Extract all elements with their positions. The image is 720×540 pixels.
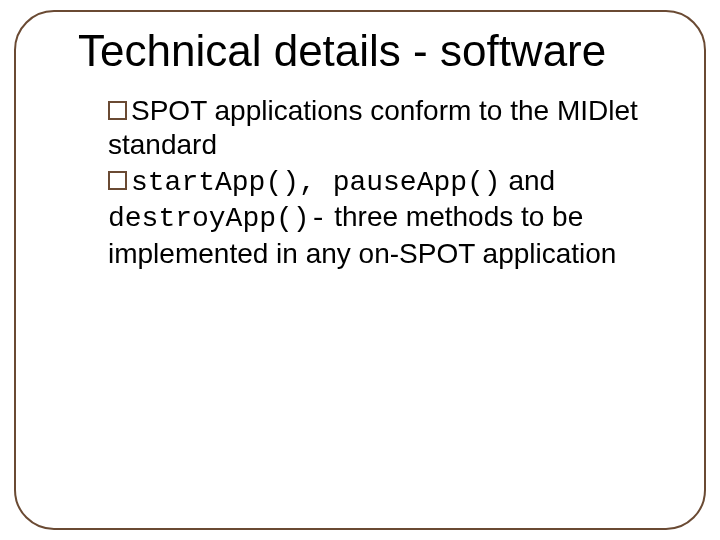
code-2: destroyApp()-: [108, 203, 326, 234]
slide-content: Technical details - software SPOT applic…: [78, 26, 660, 273]
text-and: and: [501, 165, 556, 196]
bullet-icon: [108, 171, 127, 190]
code-1: startApp(), pauseApp(): [131, 167, 501, 198]
bullet-1: SPOT applications conform to the MIDlet …: [108, 94, 660, 162]
bullet-icon: [108, 101, 127, 120]
slide-title: Technical details - software: [78, 26, 660, 76]
bullet-1-text: SPOT applications conform to the MIDlet …: [108, 95, 638, 160]
slide-body: SPOT applications conform to the MIDlet …: [108, 94, 660, 271]
bullet-2: startApp(), pauseApp() and destroyApp()-…: [108, 164, 660, 270]
